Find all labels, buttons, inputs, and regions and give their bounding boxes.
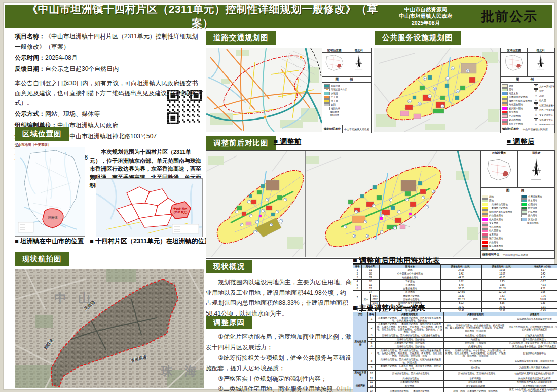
legend-item: 商住混合用地 [502, 103, 532, 107]
public-plan-map: 学初小幼卫站文体运菜 [374, 48, 500, 132]
legend-item: 文文化活动中心 [534, 113, 554, 117]
legend-item: 道路红线 [324, 107, 369, 110]
road-plan-sidebar: 区域位置图 指北针 图 例 [322, 48, 371, 133]
svg-text:初: 初 [434, 88, 436, 90]
info-line: 反馈日期：自公示之日起30个自然日内 [15, 64, 204, 74]
landuse-row: 309商业服务业用地44.5048.654.15 [353, 276, 557, 279]
page-title: 《中山市坦洲镇十四村片区（2311单元）控制性详细规划一般修改》（草案） [5, 2, 385, 30]
change-row: 6二类城镇住宅用地、防护绿地交通场站用地落实综合交通专项规划，完善停车设施配套 [353, 345, 557, 348]
legend-item: 防护绿地 [521, 207, 553, 210]
svg-text:7: 7 [398, 211, 399, 213]
legend-title: 图 例 [501, 77, 554, 83]
aerial-label-zhuhai: 珠 海 [160, 364, 201, 378]
compass-box: 指北针 [527, 48, 554, 76]
change-row: 4二类城镇住宅用地、防护绿地商业用地提升片区商业发展活力 [353, 338, 557, 341]
legend-item: 卫社区卫生服务中心 [534, 103, 554, 108]
reason-list: ①优化片区功能布局，适度增加商业用地比例，激发十四村片区发展活力；②统筹衔接相关… [206, 332, 352, 392]
legend-item: 主干路 [324, 96, 369, 99]
aerial-photo: 中 山 珠 海 同胜涌 鹅咀涌 香海高速 [15, 269, 204, 388]
compass-icon [531, 155, 542, 183]
reason-item: ③严格落实上位规划确定的强制性内容； [206, 374, 352, 384]
landuse-row: 208公共管理与公共服务用地8.4213.875.45 [353, 272, 557, 276]
publish-date: 2025年08月 [385, 20, 466, 26]
section-badge-reason: 调整原因 [206, 316, 252, 329]
svg-text:1: 1 [345, 226, 346, 228]
road-plan-panel: 区域位置图 指北针 图 例 [206, 48, 372, 133]
svg-text:站: 站 [457, 90, 459, 93]
change-row: 2二类城镇住宅用地、三类城镇住宅用地、城镇社区服务设施用地、行政办公用地、商业用… [353, 322, 557, 334]
svg-text:菜: 菜 [452, 67, 454, 70]
mini-location-box: 区域位置图 [481, 151, 517, 187]
svg-text:6: 6 [285, 199, 286, 201]
legend-item: 城际轨道 [324, 111, 369, 113]
town-location-map: 十四村片区 (2311单元) [96, 178, 203, 237]
svg-text:2: 2 [356, 211, 357, 213]
legend-item: 站社区卫生服务站 [534, 108, 554, 113]
svg-text:1: 1 [423, 197, 424, 199]
agency-block: 中山市自然资源局 中山市坦洲镇人民政府 2025年08月 [385, 6, 466, 26]
legend-item: 耕地 [482, 195, 519, 199]
legend-title: 图 例 [481, 188, 554, 193]
legend-item: 体全民健身中心 [534, 118, 554, 123]
legend-item: 医疗卫生用地 [482, 237, 519, 241]
section-badge-aerial: 现状航拍图 [15, 252, 69, 266]
public-legend-colors: 耕地园地河流水系二类城镇住宅用地城镇社区服务设施用地商住混合用地机关团体用地商业… [502, 84, 532, 124]
legend-item: 商业用地 [482, 241, 519, 244]
change-row: 14二类城镇住宅用地、三类城镇住宅用地耕地、园地、二类城镇住宅用地、留白用地落实… [353, 388, 557, 392]
legend-item: 规划范围线 [521, 222, 553, 224]
project-info: 项目名称：《中山市坦洲镇十四村片区（2311单元）控制性详细规划一般修改》（草案… [15, 32, 204, 125]
caption-unit-in-town: ■ 十四村片区（2311单元）在坦洲镇的位置 [90, 237, 210, 246]
reason-item: ④二类城镇住宅用地、商业服务业用地按照《中山市国土空间规划技术标准与准则(202… [206, 384, 352, 392]
section-badge-status: 现状概况 [206, 260, 252, 273]
legend-item: 快速路 [324, 92, 369, 95]
landuse-row: 612交通运输用地97.25101.764.51 [353, 287, 557, 290]
credit-row: 编制组织单位 中山市坦洲镇人民政府 [481, 250, 554, 258]
legend-item: 小小学 [534, 94, 554, 98]
compare-before-map: 123456789123 [206, 151, 306, 257]
change-row: 12二类城镇住宅用地建筑高度调整衔接机场净空及高压走廊限高要求 [353, 380, 557, 384]
svg-text:6: 6 [427, 206, 428, 208]
svg-text:8: 8 [241, 224, 242, 226]
legend-item: 初初中 [534, 89, 554, 94]
change-row: 5二类城镇住宅用地、防护绿地防护绿地、公园绿地完善绿地系统，优化滨水空间，提升人… [353, 341, 557, 345]
agency-line1: 中山市自然资源局 [385, 6, 466, 13]
svg-text:7: 7 [254, 231, 255, 233]
svg-text:2: 2 [381, 231, 382, 233]
town-label: 坦洲镇 [47, 216, 58, 220]
caption-town-in-city: ■ 坦洲镇在中山市的位置 [15, 237, 84, 246]
change-row: 指标调整11二类城镇住宅用地容积率调整按地块开发建设情况核实容积率 [353, 377, 557, 380]
legend-item: 中小学用地 [482, 225, 519, 229]
legend-item: 学九年一贯制学校 [534, 84, 554, 89]
legend-item: 三类城镇住宅用地 [482, 207, 519, 210]
legend-item: 规划范围 [324, 114, 369, 116]
unit-label-2: (2311单元) [174, 211, 188, 214]
change-row: 8二类城镇住宅用地、三类城镇住宅用地、社区商业服务设施用地、河流水面中小学用地落… [353, 358, 557, 364]
change-row: 7二类城镇住宅用地、三类城镇住宅用地、城镇社区服务设施用地、行政办公用地、商业用… [353, 349, 557, 358]
legend-item: 商住混合用地 [482, 214, 519, 218]
road-legend: 高速公路高速公路出入口快速路主干路次干路支路道路红线城际轨道规划范围 [322, 83, 371, 125]
svg-text:9: 9 [414, 216, 415, 218]
svg-text:1: 1 [236, 211, 237, 213]
reason-item: ①优化片区功能布局，适度增加商业用地比例，激发十四村片区发展活力； [206, 332, 352, 352]
svg-text:5: 5 [277, 211, 278, 213]
section-badge-road: 道路交通规划图 [206, 31, 276, 45]
legend-item: 园地 [482, 199, 519, 203]
landuse-row: 707居住用地224.56227.222.66 [353, 290, 557, 294]
highway-exit-dot [264, 115, 267, 119]
svg-text:9: 9 [271, 224, 272, 226]
svg-text:5: 5 [394, 227, 395, 229]
header-band: 《中山市坦洲镇十四村片区（2311单元）控制性详细规划一般修改》（草案） 中山市… [5, 5, 552, 28]
legend-item: 娱乐康体用地 [482, 245, 519, 248]
legend-item: 文化用地 [482, 222, 519, 225]
change-row: 3二类城镇住宅用地、三类城镇住宅用地、社区服务设施用地商业用地、公园绿地打造滨水… [353, 334, 557, 337]
svg-text:文: 文 [467, 70, 469, 72]
credit-row: 编制组织单位 中山市坦洲镇人民政府 [322, 125, 371, 133]
legend-item: 中小学用地 [502, 114, 532, 118]
section-badge-region: 区域位置图 [15, 127, 69, 141]
legend-item: 城镇社区服务设施用地 [502, 99, 532, 103]
svg-text:体: 体 [409, 100, 411, 103]
legend-item: 幼幼儿园 [534, 99, 554, 103]
landuse-row: 511仓储用地5.480.55-4.93 [353, 283, 557, 287]
notice-tag: 批前公示 [466, 8, 552, 25]
svg-text:4: 4 [373, 205, 374, 207]
